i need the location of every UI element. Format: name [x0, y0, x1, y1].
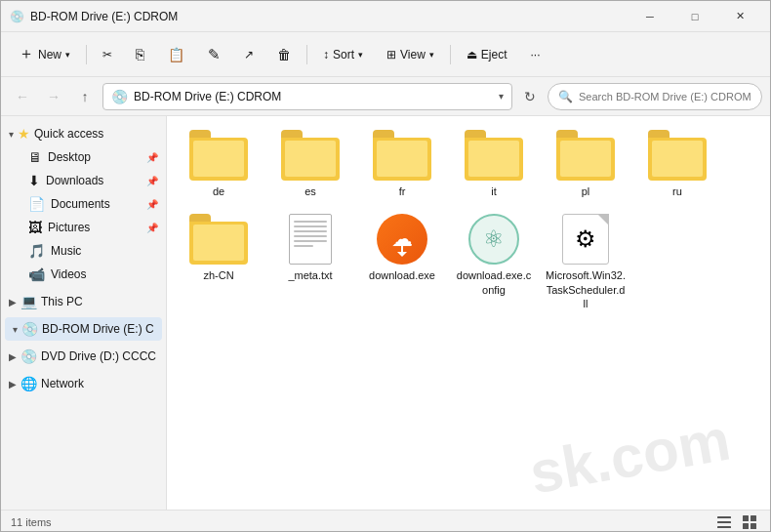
sidebar-item-documents[interactable]: 📄 Documents 📌 [1, 192, 166, 216]
rename-button[interactable]: ✎ [198, 41, 230, 68]
statusbar: 11 items [1, 510, 770, 532]
pin-icon: 📌 [146, 152, 158, 163]
star-icon: ★ [18, 126, 30, 142]
file-item-pl[interactable]: pl [542, 124, 629, 204]
file-item-fr[interactable]: fr [358, 124, 446, 204]
bdrom-expand-icon: ▾ [13, 324, 18, 335]
this-pc-label: This PC [41, 295, 83, 308]
dvd-expand-icon: ▶ [9, 351, 17, 362]
file-item-zh-cn[interactable]: zh-CN [175, 208, 263, 316]
txt-file-icon [289, 214, 332, 265]
view-icon: ⊞ [386, 48, 396, 61]
file-item-meta-txt[interactable]: _meta.txt [266, 208, 354, 316]
file-item-de[interactable]: de [175, 124, 263, 204]
network-header[interactable]: ▶ 🌐 Network [1, 372, 166, 395]
quick-access-header[interactable]: ▾ ★ Quick access [1, 122, 166, 145]
file-name-fr: fr [399, 184, 406, 198]
copy-button[interactable]: ⎘ [126, 41, 154, 67]
dvd-header[interactable]: ▶ 💿 DVD Drive (D:) CCCC [1, 345, 166, 368]
file-item-download-exe[interactable]: ☁ download.exe [358, 208, 446, 316]
app-icon: 💿 [9, 9, 24, 24]
bdrom-section: ▾ 💿 BD-ROM Drive (E:) C [1, 315, 166, 343]
more-icon: ··· [531, 48, 541, 61]
list-view-icon [716, 514, 732, 530]
new-label: New [38, 48, 61, 61]
file-name-meta: _meta.txt [288, 268, 332, 282]
back-button[interactable]: ← [9, 83, 36, 110]
bdrom-icon: 💿 [21, 321, 38, 337]
sidebar-item-music[interactable]: 🎵 Music [1, 239, 166, 263]
svg-rect-0 [717, 516, 731, 518]
file-grid: de es fr [175, 124, 762, 316]
bdrom-header[interactable]: ▾ 💿 BD-ROM Drive (E:) C [5, 317, 162, 341]
up-button[interactable]: ↑ [71, 83, 99, 110]
downloads-label: Downloads [46, 174, 103, 187]
dll-file-icon: ⚙ [562, 214, 609, 265]
view-dropdown-icon: ▾ [429, 50, 434, 60]
folder-icon-es [281, 130, 340, 181]
svg-rect-4 [751, 515, 756, 521]
folder-icon-pl [556, 130, 615, 181]
search-input[interactable] [579, 91, 751, 102]
folder-icon-fr [373, 130, 431, 181]
videos-icon: 📹 [28, 266, 45, 282]
svg-rect-5 [743, 523, 749, 529]
eject-button[interactable]: ⏏ Eject [457, 43, 517, 66]
sidebar-item-pictures[interactable]: 🖼 Pictures 📌 [1, 216, 166, 239]
close-button[interactable]: ✕ [717, 1, 762, 32]
pictures-icon: 🖼 [28, 220, 42, 235]
grid-view-button[interactable] [739, 512, 760, 533]
search-icon: 🔍 [558, 90, 573, 103]
sidebar-item-downloads[interactable]: ⬇ Downloads 📌 [1, 169, 166, 192]
more-button[interactable]: ··· [521, 43, 550, 66]
main-layout: ▾ ★ Quick access 🖥 Desktop 📌 ⬇ Downloads… [1, 116, 770, 510]
file-item-config[interactable]: ⚛ download.exe.config [450, 208, 538, 316]
cut-button[interactable]: ✂ [93, 43, 122, 66]
music-icon: 🎵 [28, 243, 45, 259]
network-label: Network [41, 377, 84, 390]
file-name-zh-cn: zh-CN [203, 268, 233, 282]
pin-icon-4: 📌 [146, 223, 158, 233]
path-text: BD-ROM Drive (E:) CDROM [134, 90, 493, 103]
view-controls [713, 512, 760, 533]
svg-rect-1 [717, 521, 731, 523]
minimize-button[interactable]: ─ [628, 1, 672, 32]
list-view-button[interactable] [713, 512, 735, 533]
quick-access-label: Quick access [34, 127, 103, 141]
file-content: sk.com de es [167, 116, 770, 510]
forward-button[interactable]: → [40, 83, 67, 110]
delete-icon: 🗑 [277, 47, 291, 62]
view-button[interactable]: ⊞ View ▾ [377, 43, 444, 66]
new-button[interactable]: ＋ New ▾ [9, 39, 80, 69]
address-bar[interactable]: 💿 BD-ROM Drive (E:) CDROM ▾ [102, 83, 512, 110]
folder-icon-zh-cn [189, 214, 248, 265]
watermark: sk.com [525, 406, 736, 508]
file-item-ru[interactable]: ru [633, 124, 721, 204]
paste-button[interactable]: 📋 [158, 42, 194, 67]
toolbar-separator-3 [450, 45, 451, 64]
window-title: BD-ROM Drive (E:) CDROM [30, 10, 628, 23]
this-pc-icon: 💻 [20, 294, 37, 309]
file-name-config: download.exe.config [454, 268, 534, 297]
file-item-es[interactable]: es [266, 124, 354, 204]
expand-icon: ▾ [9, 129, 14, 140]
pictures-label: Pictures [48, 221, 90, 234]
share-button[interactable]: ↗ [234, 43, 264, 66]
dvd-icon: 💿 [20, 348, 37, 364]
file-item-it[interactable]: it [450, 124, 538, 204]
file-item-dll[interactable]: ⚙ Microsoft.Win32.TaskScheduler.dll [542, 208, 629, 316]
quick-access-section: ▾ ★ Quick access 🖥 Desktop 📌 ⬇ Downloads… [1, 120, 166, 288]
sidebar-item-desktop[interactable]: 🖥 Desktop 📌 [1, 145, 166, 169]
toolbar: ＋ New ▾ ✂ ⎘ 📋 ✎ ↗ 🗑 ↕ Sort ▾ ⊞ View ▾ ⏏ … [1, 32, 770, 77]
file-name-ru: ru [672, 184, 682, 198]
maximize-button[interactable]: □ [672, 1, 717, 32]
sort-button[interactable]: ↕ Sort ▾ [313, 43, 373, 66]
refresh-button[interactable]: ↻ [516, 83, 544, 110]
search-box[interactable]: 🔍 [548, 83, 762, 110]
delete-button[interactable]: 🗑 [267, 42, 301, 67]
new-dropdown-icon: ▾ [65, 50, 70, 60]
sidebar-item-videos[interactable]: 📹 Videos [1, 263, 166, 286]
addressbar: ← → ↑ 💿 BD-ROM Drive (E:) CDROM ▾ ↻ 🔍 [1, 77, 770, 116]
this-pc-header[interactable]: ▶ 💻 This PC [1, 290, 166, 313]
desktop-label: Desktop [48, 150, 91, 164]
